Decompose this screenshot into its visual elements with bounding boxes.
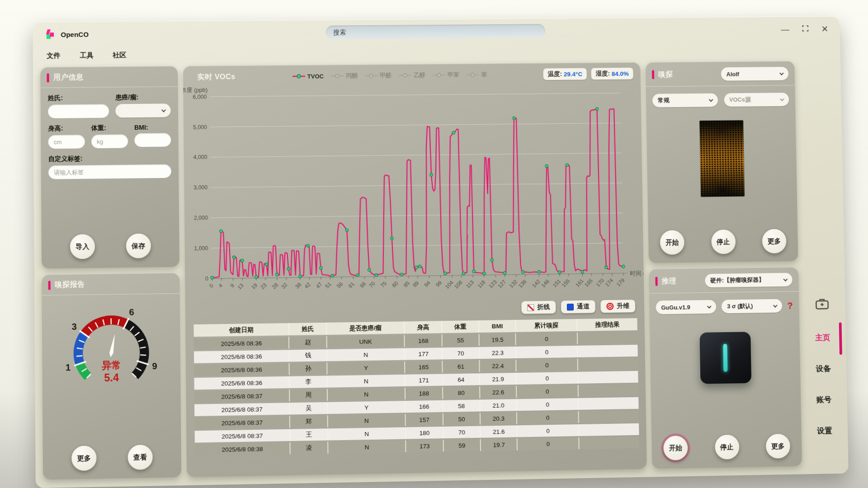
svg-text:104: 104 bbox=[444, 279, 454, 290]
table-cell: 70 bbox=[443, 347, 480, 359]
humidity-value: 84.0% bbox=[612, 70, 629, 77]
menu-community[interactable]: 社区 bbox=[113, 51, 127, 59]
svg-text:51: 51 bbox=[324, 281, 333, 289]
weight-input[interactable] bbox=[91, 134, 128, 148]
table-cell: 2025/6/8 08:37 bbox=[194, 403, 290, 416]
legend-item-丙酮[interactable]: 丙酮 bbox=[331, 72, 358, 80]
search-bar[interactable] bbox=[326, 24, 545, 39]
window-controls: — ✕ bbox=[781, 24, 828, 33]
accent-bar bbox=[656, 277, 658, 286]
height-input[interactable] bbox=[48, 135, 85, 149]
legend-item-TVOC[interactable]: TVOC bbox=[292, 73, 324, 80]
sniffer-stop-button[interactable]: 停止 bbox=[711, 230, 736, 254]
sensor-mesh-image bbox=[699, 120, 745, 197]
svg-text:28: 28 bbox=[271, 282, 279, 290]
legend-item-乙醇[interactable]: 乙醇 bbox=[399, 71, 425, 80]
import-button[interactable]: 导入 bbox=[70, 234, 95, 259]
accent-bar bbox=[652, 70, 654, 79]
maximize-button[interactable] bbox=[802, 24, 809, 33]
svg-text:85: 85 bbox=[402, 280, 411, 288]
custom-tag-input[interactable] bbox=[48, 164, 171, 179]
realtime-vocs-panel: 实时 VOCs TVOC丙酮甲醛乙醇甲苯苯 温度: 29.4°C 湿度: 84.… bbox=[183, 62, 647, 477]
channel-view-button[interactable]: 通道 bbox=[561, 300, 595, 313]
table-cell: 22.3 bbox=[480, 347, 516, 359]
inference-more-button[interactable]: 更多 bbox=[766, 434, 790, 459]
legend-item-苯[interactable]: 苯 bbox=[467, 70, 487, 79]
table-cell: 55 bbox=[442, 334, 480, 346]
temperature-label: 温度: bbox=[548, 70, 562, 78]
custom-tag-label: 自定义标签: bbox=[48, 154, 171, 164]
gauge-status-text: 异常 bbox=[101, 360, 121, 371]
minimize-button[interactable]: — bbox=[781, 25, 789, 33]
table-cell: 2025/6/8 08:36 bbox=[194, 337, 290, 350]
vocs-source-select[interactable]: VOCs源 bbox=[724, 93, 789, 107]
line-chart-icon bbox=[527, 304, 534, 311]
svg-text:155: 155 bbox=[561, 277, 571, 288]
table-cell: 孙 bbox=[290, 362, 327, 375]
surname-input[interactable] bbox=[48, 104, 109, 118]
svg-text:99: 99 bbox=[434, 279, 443, 287]
sniffer-start-button[interactable]: 开始 bbox=[660, 230, 684, 255]
sniffer-more-button[interactable]: 更多 bbox=[762, 229, 787, 253]
user-info-panel: 用户信息 姓氏: 患癌/瘤: bbox=[40, 66, 179, 268]
sniffer-header: 嗅探 Alolf bbox=[646, 61, 795, 87]
sidebar-item-account[interactable]: 账号 bbox=[816, 394, 832, 405]
svg-text:151: 151 bbox=[552, 278, 562, 288]
table-cell: 20.3 bbox=[481, 412, 517, 424]
device-indicator-bar bbox=[723, 344, 727, 372]
sniffer-mode-select[interactable]: 常规 bbox=[652, 93, 718, 107]
menu-file[interactable]: 文件 bbox=[47, 52, 61, 60]
legend-marker-icon bbox=[467, 73, 479, 77]
legend-item-甲醛[interactable]: 甲醛 bbox=[365, 71, 392, 80]
table-cell: 188 bbox=[406, 387, 443, 399]
model-select[interactable]: GuGu.v1.9 bbox=[656, 300, 716, 314]
hardware-select[interactable]: 硬件:【肿瘤嗅探器】 bbox=[705, 273, 793, 287]
legend-item-甲苯[interactable]: 甲苯 bbox=[433, 71, 459, 79]
menu-tools[interactable]: 工具 bbox=[80, 51, 94, 60]
table-cell: 0 bbox=[517, 411, 579, 424]
cancer-select[interactable] bbox=[115, 103, 171, 117]
svg-text:2,000: 2,000 bbox=[194, 215, 208, 221]
sidebar-item-settings[interactable]: 设置 bbox=[817, 426, 832, 436]
inference-header: 推理 硬件:【肿瘤嗅探器】 bbox=[649, 267, 798, 294]
svg-text:1,000: 1,000 bbox=[194, 245, 208, 251]
svg-text:142: 142 bbox=[531, 278, 541, 289]
table-cell bbox=[579, 436, 639, 449]
legend-label: 丙酮 bbox=[346, 72, 358, 80]
table-column-header: 是否患癌/瘤 bbox=[327, 321, 405, 335]
table-cell: 吴 bbox=[290, 402, 328, 415]
table-cell bbox=[578, 345, 637, 357]
bmi-input[interactable] bbox=[134, 133, 171, 147]
svg-text:136: 136 bbox=[517, 278, 528, 289]
report-more-button[interactable]: 更多 bbox=[71, 446, 96, 471]
table-cell: 21.0 bbox=[481, 399, 517, 411]
inference-start-button[interactable]: 开始 bbox=[663, 436, 688, 460]
table-cell: N bbox=[327, 348, 406, 361]
svg-text:174: 174 bbox=[604, 277, 614, 287]
table-cell: N bbox=[327, 375, 406, 388]
sidebar-item-home[interactable]: 主页 bbox=[815, 333, 830, 343]
search-input[interactable] bbox=[326, 24, 545, 39]
table-column-header: 推理结果 bbox=[577, 318, 637, 331]
sidebar-item-device[interactable]: 设备 bbox=[816, 363, 831, 374]
line-view-button[interactable]: 折线 bbox=[521, 301, 556, 314]
save-button[interactable]: 保存 bbox=[126, 234, 151, 258]
close-button[interactable]: ✕ bbox=[821, 24, 829, 33]
medkit-icon[interactable] bbox=[815, 296, 829, 312]
cancer-label: 患癌/瘤: bbox=[115, 93, 170, 102]
sniffer-panel: 嗅探 Alolf 常规 VOCs源 bbox=[646, 61, 798, 263]
sigma-select[interactable]: 3 σ (默认) bbox=[722, 299, 782, 314]
main-content: 用户信息 姓氏: 患癌/瘤: bbox=[33, 58, 849, 487]
svg-text:3,000: 3,000 bbox=[193, 184, 208, 191]
report-view-button[interactable]: 查看 bbox=[127, 445, 152, 470]
svg-text:165: 165 bbox=[583, 277, 594, 288]
svg-text:0: 0 bbox=[208, 282, 214, 289]
bmi-label: BMI: bbox=[134, 123, 171, 131]
dimension-up-button[interactable]: 升维 bbox=[600, 300, 635, 313]
table-cell bbox=[578, 371, 638, 384]
inference-stop-button[interactable]: 停止 bbox=[715, 435, 739, 460]
svg-text:6: 6 bbox=[129, 307, 134, 317]
sniffer-device-select[interactable]: Alolf bbox=[721, 67, 789, 81]
humidity-badge: 湿度: 84.0% bbox=[591, 68, 633, 80]
help-icon[interactable]: ? bbox=[787, 300, 793, 311]
